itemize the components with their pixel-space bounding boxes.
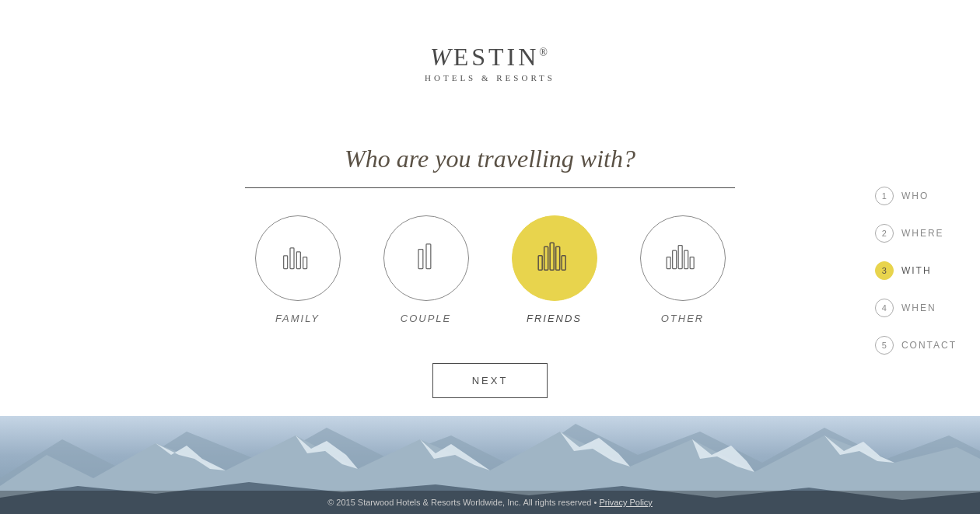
nav-step-where[interactable]: 2 WHERE	[875, 224, 957, 243]
svg-rect-11	[667, 257, 670, 268]
nav-label-when: WHEN	[901, 302, 936, 313]
nav-circle-who: 1	[875, 187, 894, 205]
nav-label-contact: CONTACT	[901, 340, 957, 351]
footer-text: © 2015 Starwood Hotels & Resorts Worldwi…	[0, 491, 980, 514]
svg-rect-2	[296, 251, 300, 268]
nav-step-when[interactable]: 4 WHEN	[875, 299, 957, 317]
nav-circle-contact: 5	[875, 336, 894, 355]
copyright-text: © 2015 Starwood Hotels & Resorts Worldwi…	[327, 498, 597, 507]
svg-rect-5	[426, 243, 431, 268]
svg-rect-12	[672, 250, 676, 268]
option-friends[interactable]: FRIENDS	[512, 215, 597, 324]
logo: WESTIN® Hotels & Resorts	[425, 43, 555, 82]
nav-circle-when: 4	[875, 299, 894, 317]
friends-bars-icon	[535, 236, 574, 281]
logo-title: WESTIN®	[425, 43, 555, 72]
svg-rect-14	[684, 250, 688, 268]
nav-step-with[interactable]: 3 WITH	[875, 261, 957, 280]
family-bars-icon	[278, 236, 317, 281]
svg-rect-15	[690, 257, 694, 268]
nav-label-where: WHERE	[901, 228, 944, 239]
couple-bars-icon	[407, 236, 446, 281]
other-bars-icon	[663, 236, 702, 281]
svg-rect-1	[290, 247, 294, 268]
question-title: Who are you travelling with?	[245, 145, 735, 173]
svg-rect-6	[538, 255, 542, 269]
svg-rect-13	[678, 245, 682, 268]
svg-rect-3	[303, 257, 306, 268]
question-section: Who are you travelling with? FAMILY	[245, 145, 735, 324]
option-couple[interactable]: COUPLE	[383, 215, 469, 324]
svg-rect-10	[562, 255, 565, 269]
other-label: OTHER	[661, 313, 705, 324]
svg-rect-0	[283, 255, 287, 268]
main-content: WESTIN® Hotels & Resorts Who are you tra…	[0, 0, 980, 416]
nav-label-with: WITH	[901, 265, 932, 276]
nav-circle-with: 3	[875, 261, 894, 280]
svg-rect-8	[550, 243, 554, 270]
options-row: FAMILY COUPLE	[245, 215, 735, 324]
other-circle	[640, 215, 726, 301]
family-circle	[255, 215, 341, 301]
nav-circle-where: 2	[875, 224, 894, 243]
next-button[interactable]: NEXT	[432, 363, 548, 398]
option-family[interactable]: FAMILY	[255, 215, 341, 324]
question-divider	[245, 187, 735, 188]
friends-circle	[512, 215, 597, 301]
couple-label: COUPLE	[401, 313, 451, 324]
svg-rect-9	[555, 247, 559, 270]
family-label: FAMILY	[275, 313, 320, 324]
logo-subtitle: Hotels & Resorts	[425, 73, 555, 82]
svg-rect-7	[544, 247, 548, 270]
svg-rect-4	[418, 249, 423, 268]
nav-label-who: WHO	[901, 191, 929, 201]
nav-step-who[interactable]: 1 WHO	[875, 187, 957, 205]
footer-mountain: © 2015 Starwood Hotels & Resorts Worldwi…	[0, 416, 980, 514]
privacy-policy-link[interactable]: Privacy Policy	[599, 498, 652, 507]
couple-circle	[383, 215, 469, 301]
friends-label: FRIENDS	[527, 313, 582, 324]
option-other[interactable]: OTHER	[640, 215, 726, 324]
right-nav: 1 WHO 2 WHERE 3 WITH 4 WHEN 5 CONTACT	[875, 187, 957, 355]
logo-reg: ®	[539, 47, 550, 58]
nav-step-contact[interactable]: 5 CONTACT	[875, 336, 957, 355]
